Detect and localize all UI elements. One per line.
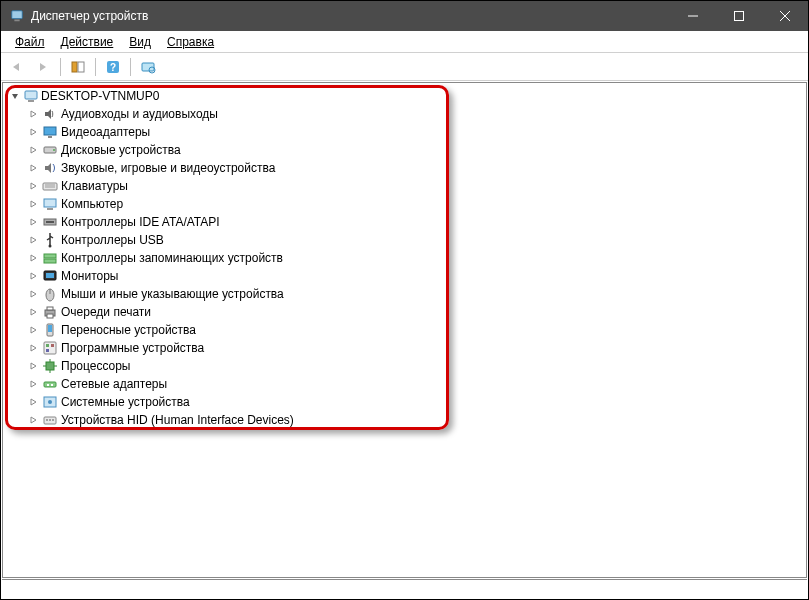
- tree-node[interactable]: Видеоадаптеры: [27, 123, 800, 141]
- storage-icon: [42, 250, 58, 266]
- svg-rect-26: [44, 254, 56, 258]
- node-label: Устройства HID (Human Interface Devices): [61, 413, 294, 427]
- tree-node[interactable]: Программные устройства: [27, 339, 800, 357]
- menu-view[interactable]: Вид: [121, 33, 159, 51]
- tree-node[interactable]: Очереди печати: [27, 303, 800, 321]
- monitor-icon: [42, 268, 58, 284]
- scan-hardware-button[interactable]: [136, 56, 160, 78]
- svg-point-54: [52, 419, 54, 421]
- svg-rect-40: [46, 349, 49, 352]
- statusbar: [2, 579, 807, 599]
- svg-rect-34: [47, 314, 53, 318]
- tree-node[interactable]: Аудиовходы и аудиовыходы: [27, 105, 800, 123]
- node-label: Системные устройства: [61, 395, 190, 409]
- menu-file[interactable]: Файл: [7, 33, 53, 51]
- svg-rect-22: [47, 208, 53, 210]
- minimize-button[interactable]: [670, 1, 716, 31]
- chevron-right-icon[interactable]: [27, 216, 39, 228]
- svg-point-25: [49, 245, 52, 248]
- chevron-down-icon[interactable]: [9, 90, 21, 102]
- root-label: DESKTOP-VTNMUP0: [41, 89, 159, 103]
- svg-text:?: ?: [110, 62, 116, 73]
- tree-node[interactable]: Клавиатуры: [27, 177, 800, 195]
- svg-rect-12: [25, 91, 37, 99]
- node-label: Мыши и иные указывающие устройства: [61, 287, 284, 301]
- svg-point-17: [53, 149, 55, 151]
- chevron-right-icon[interactable]: [27, 180, 39, 192]
- svg-rect-39: [51, 344, 54, 347]
- device-tree: DESKTOP-VTNMUP0 Аудиовходы и аудиовыходы…: [3, 83, 806, 433]
- node-label: Сетевые адаптеры: [61, 377, 167, 391]
- titlebar: Диспетчер устройств: [1, 1, 808, 31]
- toolbar: ?: [1, 53, 808, 81]
- node-label: Компьютер: [61, 197, 123, 211]
- hid-icon: [42, 412, 58, 428]
- chevron-right-icon[interactable]: [27, 108, 39, 120]
- svg-rect-47: [47, 384, 49, 386]
- chevron-right-icon[interactable]: [27, 126, 39, 138]
- tree-node[interactable]: Устройства HID (Human Interface Devices): [27, 411, 800, 429]
- chevron-right-icon[interactable]: [27, 414, 39, 426]
- node-label: Мониторы: [61, 269, 118, 283]
- tree-node[interactable]: Контроллеры USB: [27, 231, 800, 249]
- app-icon: [9, 8, 25, 24]
- svg-point-50: [48, 400, 52, 404]
- chevron-right-icon[interactable]: [27, 324, 39, 336]
- tree-node[interactable]: Звуковые, игровые и видеоустройства: [27, 159, 800, 177]
- tree-node[interactable]: Сетевые адаптеры: [27, 375, 800, 393]
- software-icon: [42, 340, 58, 356]
- keyboard-icon: [42, 178, 58, 194]
- tree-node[interactable]: Системные устройства: [27, 393, 800, 411]
- chevron-right-icon[interactable]: [27, 360, 39, 372]
- svg-rect-48: [51, 384, 53, 386]
- tree-node[interactable]: Мониторы: [27, 267, 800, 285]
- chevron-right-icon[interactable]: [27, 378, 39, 390]
- svg-rect-29: [46, 273, 54, 278]
- chevron-right-icon[interactable]: [27, 252, 39, 264]
- tree-node[interactable]: Контроллеры IDE ATA/ATAPI: [27, 213, 800, 231]
- maximize-button[interactable]: [716, 1, 762, 31]
- node-label: Аудиовходы и аудиовыходы: [61, 107, 218, 121]
- svg-rect-0: [12, 11, 23, 19]
- display-icon: [42, 124, 58, 140]
- show-hide-tree-button[interactable]: [66, 56, 90, 78]
- tree-node[interactable]: Мыши и иные указывающие устройства: [27, 285, 800, 303]
- node-label: Процессоры: [61, 359, 131, 373]
- svg-rect-6: [72, 62, 77, 72]
- content-area: DESKTOP-VTNMUP0 Аудиовходы и аудиовыходы…: [2, 82, 807, 578]
- tree-node[interactable]: Компьютер: [27, 195, 800, 213]
- chevron-right-icon[interactable]: [27, 270, 39, 282]
- chevron-right-icon[interactable]: [27, 162, 39, 174]
- cpu-icon: [42, 358, 58, 374]
- svg-rect-37: [44, 342, 56, 354]
- help-button[interactable]: ?: [101, 56, 125, 78]
- svg-rect-24: [46, 221, 54, 223]
- chevron-right-icon[interactable]: [27, 288, 39, 300]
- tree-node[interactable]: Контроллеры запоминающих устройств: [27, 249, 800, 267]
- node-label: Дисковые устройства: [61, 143, 181, 157]
- close-button[interactable]: [762, 1, 808, 31]
- chevron-right-icon[interactable]: [27, 342, 39, 354]
- tree-node[interactable]: Переносные устройства: [27, 321, 800, 339]
- toolbar-separator: [130, 58, 131, 76]
- svg-rect-21: [44, 199, 56, 207]
- chevron-right-icon[interactable]: [27, 144, 39, 156]
- chevron-right-icon[interactable]: [27, 234, 39, 246]
- mouse-icon: [42, 286, 58, 302]
- tree-root[interactable]: DESKTOP-VTNMUP0: [9, 87, 800, 105]
- back-button[interactable]: [5, 56, 29, 78]
- menu-help[interactable]: Справка: [159, 33, 222, 51]
- tree-node[interactable]: Дисковые устройства: [27, 141, 800, 159]
- svg-rect-3: [735, 12, 744, 21]
- window-title: Диспетчер устройств: [31, 9, 148, 23]
- svg-rect-41: [46, 362, 54, 370]
- tree-node[interactable]: Процессоры: [27, 357, 800, 375]
- forward-button[interactable]: [31, 56, 55, 78]
- chevron-right-icon[interactable]: [27, 306, 39, 318]
- computer-icon: [42, 196, 58, 212]
- printer-icon: [42, 304, 58, 320]
- chevron-right-icon[interactable]: [27, 396, 39, 408]
- computer-icon: [23, 88, 39, 104]
- chevron-right-icon[interactable]: [27, 198, 39, 210]
- menu-action[interactable]: Действие: [53, 33, 122, 51]
